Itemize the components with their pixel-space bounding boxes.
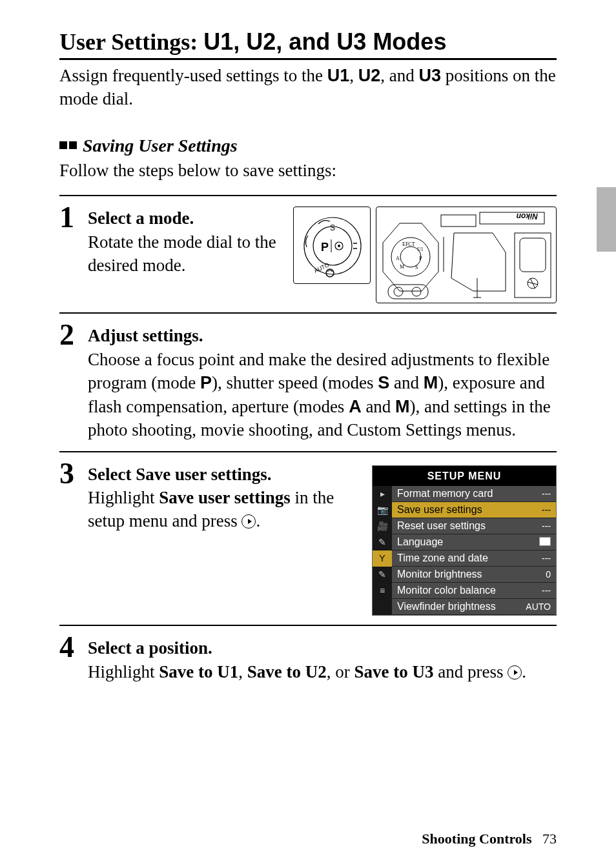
photo-tab-icon: 📷	[373, 502, 392, 518]
mode-dial-illustration: P S AUTO	[293, 207, 371, 284]
r5l: Monitor brightness	[397, 567, 482, 581]
footer-page: 73	[542, 831, 557, 847]
svg-text:P: P	[419, 256, 422, 261]
svg-text:U1: U1	[417, 247, 424, 252]
intro-a: Assign frequently-used settings to the	[59, 66, 327, 85]
mymenu-tab-icon: ≡	[373, 583, 392, 599]
svg-point-24	[394, 287, 403, 296]
title-modes: U1, U2, and U3 Modes	[203, 28, 446, 55]
sub-header: Saving User Settings	[59, 136, 557, 156]
r6v: ---	[542, 585, 551, 597]
svg-text:P: P	[321, 241, 329, 254]
s4f: .	[522, 662, 526, 681]
step-num-2: 2	[59, 320, 88, 441]
multi-selector-right-icon	[241, 514, 256, 529]
movie-tab-icon: 🎥	[373, 518, 392, 534]
camera-top-illustration: EFCT U1 P S M A Nikon	[376, 207, 557, 303]
u3: U3	[418, 66, 441, 85]
retouch-tab-icon: ✎	[373, 567, 392, 583]
menu-row-language: Language	[392, 534, 556, 550]
mM1: M	[424, 373, 438, 392]
step1-figures: P S AUTO	[293, 207, 557, 303]
step-1: 1 Select a mode. Rotate the mode dial to…	[59, 195, 557, 303]
s3b: Save user settings	[159, 488, 291, 507]
sub-text: Follow the steps below to save settings:	[59, 159, 557, 182]
mM2: M	[395, 397, 410, 416]
s3d: .	[256, 511, 260, 530]
svg-point-5	[338, 245, 340, 247]
and: , and	[380, 66, 418, 85]
mS: S	[378, 373, 389, 392]
svg-text:A: A	[396, 256, 400, 261]
menu-row-monitor-color: Monitor color balance---	[392, 583, 556, 599]
s4e: and press	[434, 662, 508, 681]
u2: U2	[358, 66, 381, 85]
r5v: 0	[546, 569, 551, 581]
menu-row-timezone: Time zone and date---	[392, 550, 556, 567]
step3-head: Select Save user settings.	[88, 463, 355, 486]
step-num-4: 4	[59, 632, 88, 683]
s4or: , or	[327, 662, 354, 681]
s4c1: ,	[238, 662, 247, 681]
s3ha: Select	[88, 465, 136, 484]
r4v: ---	[542, 552, 551, 565]
menu-row-format: Format memory card---	[392, 486, 556, 502]
svg-text:EFCT: EFCT	[402, 241, 415, 247]
s4c: Save to U2	[247, 662, 327, 681]
mA: A	[349, 397, 362, 416]
setup-tab-icon: Y	[373, 550, 392, 567]
u1: U1	[327, 66, 350, 85]
menu-row-reset: Reset user settings---	[392, 518, 556, 534]
square-bullets-icon	[59, 141, 77, 150]
svg-rect-27	[520, 238, 546, 272]
language-flag-icon	[539, 537, 551, 546]
r7l: Viewfinder brightness	[397, 600, 496, 614]
intro-text: Assign frequently-used settings to the U…	[59, 64, 557, 111]
sub-header-text: Saving User Settings	[83, 136, 238, 156]
step1-body: Rotate the mode dial to the desired mode…	[88, 230, 285, 278]
step-4: 4 Select a position. Highlight Save to U…	[59, 625, 557, 683]
step-num-3: 3	[59, 459, 88, 616]
svg-text:Nikon: Nikon	[517, 212, 538, 221]
svg-line-30	[528, 282, 538, 285]
s2b: ), shutter speed (modes	[212, 373, 378, 392]
footer-section: Shooting Controls	[422, 831, 531, 847]
r0v: ---	[542, 488, 551, 500]
r0l: Format memory card	[397, 487, 493, 501]
svg-rect-11	[380, 211, 553, 300]
step1-head: Select a mode.	[88, 207, 285, 230]
svg-text:S: S	[330, 223, 335, 232]
menu-row-save-user-settings: Save user settings---	[392, 502, 556, 518]
s4d: Save to U3	[354, 662, 434, 681]
s3hc: .	[267, 465, 272, 484]
r7v: AUTO	[526, 601, 551, 613]
r1v: ---	[542, 504, 551, 516]
r4l: Time zone and date	[397, 551, 488, 565]
pencil-tab-icon: ✎	[373, 534, 392, 550]
s3hb: Save user settings	[136, 465, 267, 484]
page-footer: Shooting Controls 73	[422, 831, 557, 847]
multi-selector-right-icon-2	[508, 665, 522, 680]
menu-rows: Format memory card--- Save user settings…	[392, 486, 556, 615]
step4-body: Highlight Save to U1, Save to U2, or Sav…	[88, 660, 557, 683]
r3l: Language	[397, 535, 443, 549]
mP: P	[200, 373, 212, 392]
mand2: and	[362, 397, 395, 416]
menu-side-icons: ▸ 📷 🎥 ✎ Y ✎ ≡	[373, 486, 392, 615]
step-num-1: 1	[59, 203, 88, 303]
menu-title: SETUP MENU	[373, 466, 556, 487]
c1: ,	[349, 66, 358, 85]
step2-body: Choose a focus point and make the desire…	[88, 348, 557, 442]
setup-menu-screenshot: SETUP MENU ▸ 📷 🎥 ✎ Y ✎ ≡ Format memo	[372, 465, 557, 616]
s4b: Save to U1	[159, 662, 238, 681]
r2l: Reset user settings	[397, 519, 486, 533]
svg-point-1	[313, 227, 352, 265]
playback-tab-icon: ▸	[373, 486, 392, 502]
r1l: Save user settings	[397, 503, 482, 517]
step-2: 2 Adjust settings. Choose a focus point …	[59, 312, 557, 441]
page-title: User Settings: U1, U2, and U3 Modes	[59, 28, 557, 60]
r6l: Monitor color balance	[397, 583, 496, 598]
step3-body: Highlight Save user settings in the setu…	[88, 486, 355, 533]
r3v	[539, 536, 551, 549]
svg-text:S: S	[415, 265, 418, 270]
